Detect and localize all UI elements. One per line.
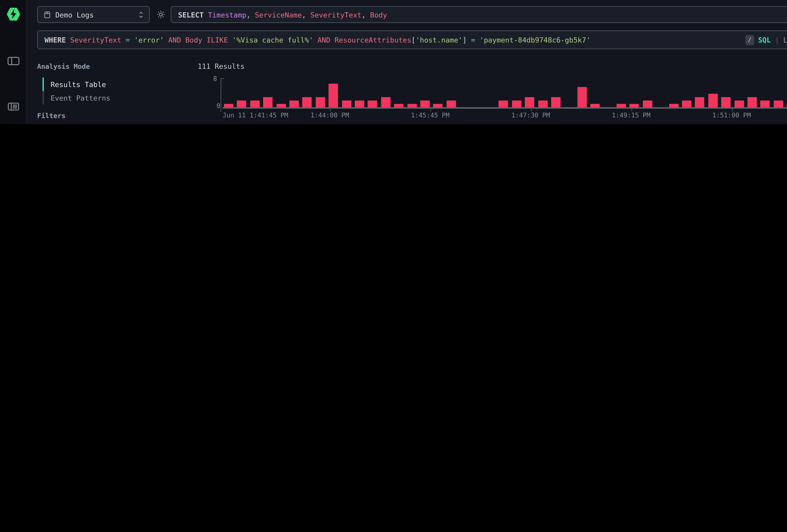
source-select-value: Demo Logs bbox=[55, 10, 134, 18]
chevron-updown-icon bbox=[139, 10, 144, 18]
where-filter-input[interactable]: WHERE SeverityText = 'error' AND Body IL… bbox=[37, 30, 787, 49]
histogram-bar[interactable] bbox=[290, 101, 299, 107]
query-token: = bbox=[126, 36, 134, 44]
x-axis-label: 1:51:00 PM bbox=[712, 111, 751, 119]
query-token: , bbox=[246, 10, 255, 18]
y-axis bbox=[220, 78, 221, 112]
query-token: 'error' bbox=[134, 36, 164, 44]
query-token: ServiceName bbox=[255, 10, 302, 18]
histogram-bar[interactable] bbox=[721, 97, 731, 107]
active-mode-indicator bbox=[42, 78, 44, 91]
histogram-bar[interactable] bbox=[355, 101, 364, 107]
query-token: , bbox=[362, 10, 370, 18]
histogram-bar[interactable] bbox=[630, 104, 639, 107]
query-token: [ bbox=[411, 36, 416, 44]
histogram-bar[interactable] bbox=[302, 97, 312, 107]
histogram-bar[interactable] bbox=[669, 104, 678, 107]
histogram-bar[interactable] bbox=[643, 101, 652, 107]
query-token: Body bbox=[370, 10, 387, 18]
x-axis-tick bbox=[731, 108, 732, 111]
select-columns-input[interactable]: SELECT Timestamp, ServiceName, SeverityT… bbox=[171, 6, 787, 23]
histogram-bar[interactable] bbox=[538, 101, 548, 107]
histogram-bar[interactable] bbox=[368, 101, 377, 107]
x-axis-tick bbox=[531, 108, 531, 111]
mode-results-table[interactable]: Results Table bbox=[50, 78, 106, 91]
source-select[interactable]: Demo Logs bbox=[37, 6, 150, 23]
query-token: SeverityText bbox=[70, 36, 125, 44]
histogram-bar[interactable] bbox=[433, 104, 443, 107]
slash-shortcut-badge: / bbox=[745, 35, 754, 45]
x-axis-label: 1:45:45 PM bbox=[411, 111, 449, 119]
x-axis-tick bbox=[430, 108, 431, 111]
query-token: SELECT bbox=[178, 10, 208, 18]
histogram-bar[interactable] bbox=[695, 97, 704, 107]
query-language-toggle: / SQL | Lucene bbox=[745, 35, 787, 45]
where-query-text: WHERE SeverityText = 'error' AND Body IL… bbox=[45, 36, 745, 44]
histogram-bar[interactable] bbox=[329, 84, 338, 107]
histogram-bar[interactable] bbox=[512, 101, 521, 107]
x-axis-label: 1:47:30 PM bbox=[511, 111, 550, 119]
mode-track bbox=[42, 78, 44, 105]
filters-sidebar: Analysis Mode Results Table Event Patter… bbox=[27, 57, 192, 124]
analysis-mode-heading: Analysis Mode bbox=[37, 63, 90, 70]
query-token: '%Visa cache full%' bbox=[232, 36, 313, 44]
y-axis-min-label: 0 bbox=[217, 102, 220, 109]
histogram-bar[interactable] bbox=[224, 104, 233, 107]
histogram-bar[interactable] bbox=[446, 101, 456, 107]
histogram-bar[interactable] bbox=[342, 101, 351, 107]
x-axis-tick bbox=[631, 108, 632, 111]
query-token: AND ResourceAttributes bbox=[313, 36, 411, 44]
histogram-bar[interactable] bbox=[708, 94, 718, 107]
histogram-bar[interactable] bbox=[525, 97, 534, 107]
histogram-bar[interactable] bbox=[499, 101, 508, 107]
query-toolbar: Demo Logs SELECT Timestamp, ServiceName,… bbox=[27, 0, 787, 57]
search-logs-icon[interactable] bbox=[7, 103, 19, 110]
app-window: ? U Demo Logs SELECT Timestamp, ServiceN… bbox=[0, 0, 787, 124]
results-histogram: 8 0 Jun 11 1:41:45 PM1:44:00 PM1:45:45 P… bbox=[192, 57, 787, 122]
filters-heading: Filters bbox=[37, 112, 66, 119]
sql-mode-option[interactable]: SQL bbox=[758, 36, 771, 44]
query-token: 'payment-84db9748c6-gb5k7' bbox=[480, 36, 590, 44]
toggle-divider: | bbox=[775, 36, 779, 44]
histogram-bar[interactable] bbox=[590, 104, 600, 107]
left-nav-rail: ? U bbox=[0, 0, 27, 124]
source-settings-button[interactable] bbox=[154, 7, 167, 21]
x-axis-tick bbox=[330, 108, 331, 111]
query-token: ] bbox=[463, 36, 467, 44]
hyperdx-logo-icon[interactable] bbox=[6, 6, 20, 22]
query-token: AND Body ILIKE bbox=[164, 36, 232, 44]
histogram-bar[interactable] bbox=[577, 87, 587, 107]
query-token: 'host.name' bbox=[416, 36, 463, 44]
histogram-bar[interactable] bbox=[250, 101, 259, 107]
x-axis-label: 1:44:00 PM bbox=[311, 111, 349, 119]
x-axis-label: Jun 11 1:41:45 PM bbox=[222, 111, 288, 119]
y-axis-max-label: 8 bbox=[213, 75, 217, 82]
mode-event-patterns[interactable]: Event Patterns bbox=[50, 91, 110, 105]
x-axis bbox=[222, 107, 787, 108]
histogram-bar[interactable] bbox=[682, 101, 692, 107]
histogram-bar[interactable] bbox=[394, 104, 404, 107]
select-query-text: SELECT Timestamp, ServiceName, SeverityT… bbox=[178, 10, 387, 18]
histogram-bar[interactable] bbox=[263, 97, 273, 107]
histogram-bar[interactable] bbox=[316, 97, 325, 107]
histogram-bar[interactable] bbox=[276, 104, 286, 107]
histogram-bar[interactable] bbox=[617, 104, 626, 107]
gear-icon bbox=[155, 9, 166, 19]
query-token: SeverityText bbox=[311, 10, 362, 18]
histogram-bar[interactable] bbox=[407, 104, 417, 107]
query-token: , bbox=[302, 10, 310, 18]
histogram-bar[interactable] bbox=[420, 101, 430, 107]
histogram-bar[interactable] bbox=[551, 97, 560, 107]
x-axis-label: 1:49:15 PM bbox=[612, 111, 651, 119]
histogram-bar[interactable] bbox=[761, 101, 770, 107]
query-token: WHERE bbox=[45, 36, 70, 44]
histogram-bar[interactable] bbox=[773, 101, 783, 107]
histogram-bar[interactable] bbox=[237, 101, 247, 107]
query-token: = bbox=[467, 36, 480, 44]
collapse-sidebar-icon[interactable] bbox=[7, 57, 19, 65]
lucene-mode-option[interactable]: Lucene bbox=[783, 36, 787, 44]
query-token: Timestamp bbox=[208, 10, 246, 18]
histogram-bar[interactable] bbox=[381, 97, 390, 107]
histogram-bar[interactable] bbox=[734, 101, 744, 107]
histogram-bar[interactable] bbox=[747, 97, 757, 107]
